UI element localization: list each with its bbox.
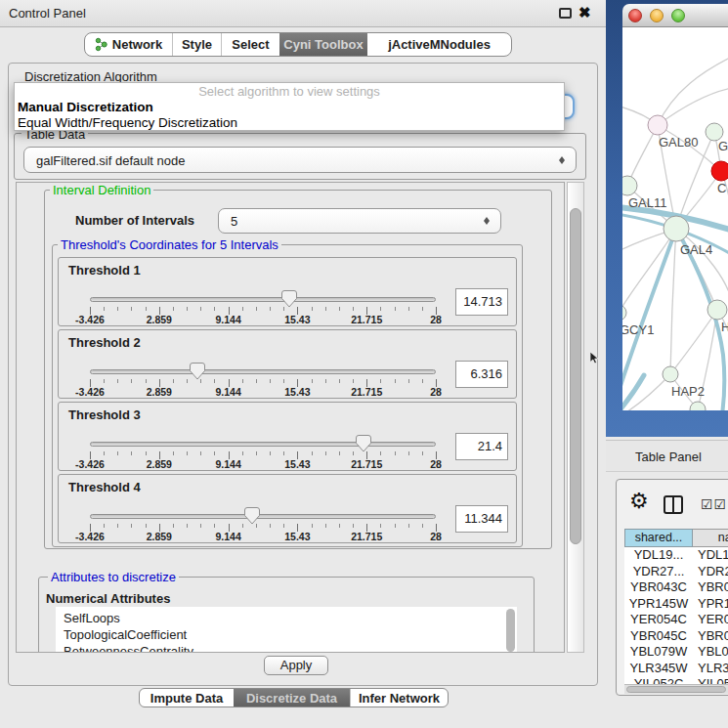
table-row[interactable]: YBL079WYBL079W <box>624 644 728 661</box>
threshold-value-field[interactable]: 11.344 <box>455 505 508 533</box>
table-row[interactable]: YLR345WYLR345W <box>624 661 728 677</box>
slider-scale-labels: -3.4262.8599.14415.4321.71528 <box>90 314 436 325</box>
tab-cyni-toolbox[interactable]: Cyni Toolbox <box>279 33 367 56</box>
network-edge-highlighted[interactable] <box>622 229 676 410</box>
network-node[interactable] <box>664 216 689 241</box>
float-window-icon[interactable] <box>559 8 572 19</box>
column-header-shared-name[interactable]: shared... <box>624 529 693 547</box>
close-traffic-light[interactable] <box>628 9 642 22</box>
tab-infer-network[interactable]: Infer Network <box>350 689 448 707</box>
tab-impute-data[interactable]: Impute Data <box>140 689 234 707</box>
apply-button[interactable]: Apply <box>264 656 328 675</box>
tab-jactivemnodules[interactable]: jActiveMNodules <box>367 33 511 56</box>
tab-style[interactable]: Style <box>172 33 221 56</box>
table-horizontal-scrollbar[interactable] <box>624 684 728 694</box>
slider-track[interactable] <box>90 297 436 302</box>
threshold-panel: Threshold 1 -3.4262.8599.14415.4321.7152… <box>58 257 517 326</box>
table-panel-titlebar: Table Panel <box>606 440 728 472</box>
network-node-label: GAL11 <box>628 195 667 210</box>
checkbox-icons[interactable]: ☑☑ <box>701 496 727 512</box>
network-node[interactable] <box>711 161 728 181</box>
scrollbar-thumb[interactable] <box>626 686 726 693</box>
network-edge[interactable] <box>658 57 728 125</box>
slider-thumb[interactable] <box>281 290 297 308</box>
table-row[interactable]: YBR045CYBR045C <box>624 628 728 645</box>
network-node[interactable] <box>707 300 727 320</box>
threshold-slider[interactable]: -3.4262.8599.14415.4321.71528 <box>90 403 436 472</box>
tab-label: Cyni Toolbox <box>283 37 363 52</box>
network-edge[interactable] <box>670 310 717 374</box>
network-edge[interactable] <box>670 229 676 374</box>
scrollbar-thumb[interactable] <box>570 208 581 544</box>
threshold-slider[interactable]: -3.4262.8599.14415.4321.71528 <box>90 475 436 544</box>
network-node-label: GA <box>718 139 728 153</box>
threshold-value-field[interactable]: 14.713 <box>455 288 508 316</box>
column-layout-icon[interactable] <box>664 495 683 514</box>
table-row[interactable]: YIL052CYIL052C <box>624 676 728 684</box>
table-row[interactable]: YDL19...YDL19... <box>624 547 728 564</box>
zoom-traffic-light[interactable] <box>671 9 685 22</box>
interval-definition-label: Interval Definition <box>50 183 153 197</box>
num-intervals-combo[interactable]: 5 <box>218 208 501 234</box>
popup-option-equal-width[interactable]: Equal Width/Frequency Discretization <box>15 115 564 131</box>
network-node[interactable] <box>663 366 678 382</box>
attributes-list-scrollbar[interactable] <box>506 609 515 652</box>
num-intervals-label: Number of Intervals <box>75 213 194 228</box>
tab-label: Discretize Data <box>246 691 337 706</box>
threshold-value-field[interactable]: 21.4 <box>455 433 508 460</box>
control-panel-titlebar: Control Panel ✖ <box>0 0 606 27</box>
threshold-value-field[interactable]: 6.316 <box>455 361 508 388</box>
tab-select[interactable]: Select <box>221 33 279 56</box>
slider-track[interactable] <box>90 514 436 519</box>
network-node-label: GAL80 <box>659 135 698 150</box>
table-row[interactable]: YBR043CYBR043C <box>624 579 728 596</box>
threshold-list: Threshold 1 -3.4262.8599.14415.4321.7152… <box>17 257 517 546</box>
threshold-slider[interactable]: -3.4262.8599.14415.4321.71528 <box>90 258 436 327</box>
attribute-item[interactable]: TopologicalCoefficient <box>64 626 517 643</box>
network-canvas[interactable]: GAL80GACGAL11GAL4GCY1HHAP2 <box>622 27 728 410</box>
attributes-group-label: Attributes to discretize <box>48 570 179 584</box>
table-body: YDL19...YDL19...YDR27...YDR27...YBR043CY… <box>624 547 728 684</box>
network-node[interactable] <box>622 305 626 321</box>
minimize-traffic-light[interactable] <box>650 9 664 22</box>
top-tab-bar: Network Style Select Cyni Toolbox jActiv… <box>84 32 512 57</box>
network-window-titlebar <box>622 4 728 27</box>
network-edge-highlighted[interactable] <box>622 375 644 410</box>
table-panel-title: Table Panel <box>635 450 702 464</box>
mouse-cursor <box>590 352 600 364</box>
slider-thumb[interactable] <box>356 435 371 452</box>
tab-network[interactable]: Network <box>85 33 172 56</box>
slider-track[interactable] <box>90 369 436 374</box>
combo-stepper-icon <box>558 153 567 167</box>
tab-label: jActiveMNodules <box>388 37 491 52</box>
threshold-panel: Threshold 2 -3.4262.8599.14415.4321.7152… <box>58 329 517 399</box>
threshold-slider[interactable]: -3.4262.8599.14415.4321.71528 <box>90 330 436 400</box>
slider-thumb[interactable] <box>244 507 260 525</box>
slider-track[interactable] <box>90 442 436 447</box>
popup-option-manual[interactable]: Manual Discretization <box>15 100 564 115</box>
tab-discretize-data[interactable]: Discretize Data <box>234 689 350 707</box>
threshold-panel: Threshold 4 -3.4262.8599.14415.4321.7152… <box>58 474 517 543</box>
slider-thumb[interactable] <box>190 363 205 380</box>
network-node[interactable] <box>648 115 667 135</box>
close-icon[interactable]: ✖ <box>578 4 591 21</box>
table-row[interactable]: YPR145WYPR145W <box>624 596 728 613</box>
attribute-item[interactable]: BetweennessCentrality <box>64 643 517 653</box>
attributes-list[interactable]: SelfLoopsTopologicalCoefficientBetweenne… <box>56 607 517 653</box>
algorithm-hint: Select algorithm to view settings <box>15 83 564 100</box>
network-node[interactable] <box>622 176 637 195</box>
network-edge[interactable] <box>622 374 670 410</box>
gear-icon[interactable]: ⚙ <box>629 489 649 514</box>
table-row[interactable]: YER054CYER054C <box>624 612 728 628</box>
network-node-label: C <box>717 181 726 195</box>
threshold-panel: Threshold 3 -3.4262.8599.14415.4321.7152… <box>58 402 517 471</box>
algorithm-dropdown-popup: Select algorithm to view settings Manual… <box>14 82 565 131</box>
table-data-combo[interactable]: galFiltered.sif default node <box>23 147 577 173</box>
settings-vertical-scrollbar[interactable] <box>567 182 584 653</box>
table-panel: ⚙ ☑☑ shared... name YDL19...YDL19...YDR2… <box>616 479 728 696</box>
column-header-name[interactable]: name <box>693 529 728 547</box>
slider-scale-labels: -3.4262.8599.14415.4321.71528 <box>90 386 436 398</box>
table-row[interactable]: YDR27...YDR27... <box>624 564 728 580</box>
attribute-item[interactable]: SelfLoops <box>64 610 517 626</box>
tab-label: Network <box>112 37 162 52</box>
